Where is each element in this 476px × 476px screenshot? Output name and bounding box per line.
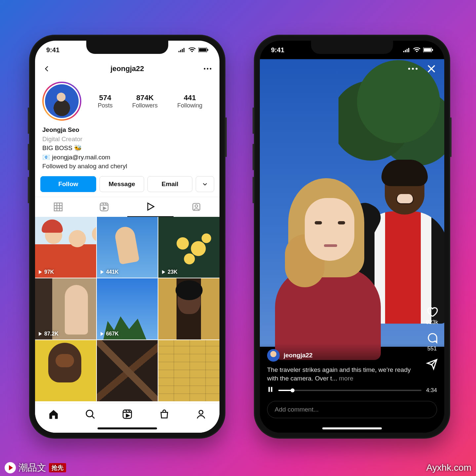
tab-grid[interactable] xyxy=(35,197,81,217)
notch xyxy=(86,41,168,54)
svg-marker-19 xyxy=(103,207,106,210)
wifi-icon xyxy=(188,47,196,53)
nav-profile[interactable] xyxy=(195,409,207,421)
stat-posts[interactable]: 574Posts xyxy=(98,94,113,109)
svg-rect-50 xyxy=(268,387,270,392)
bio-email[interactable]: 📧 jeongja@ry.mail.com xyxy=(42,153,212,162)
grid-icon xyxy=(53,202,63,212)
pause-button[interactable] xyxy=(267,386,274,394)
svg-point-35 xyxy=(199,410,203,414)
bio-block: Jeongja Seo Digital Creator BIG BOSS 🐝 📧… xyxy=(35,122,219,176)
svg-point-45 xyxy=(416,68,417,70)
svg-rect-6 xyxy=(207,49,208,51)
notch xyxy=(311,41,393,54)
grid-item[interactable] xyxy=(158,278,219,339)
person-front xyxy=(268,175,377,347)
back-button[interactable] xyxy=(42,64,52,73)
poster-avatar xyxy=(267,349,280,362)
share-icon xyxy=(426,358,438,371)
follow-button[interactable]: Follow xyxy=(40,176,96,192)
svg-rect-0 xyxy=(178,51,179,52)
svg-rect-5 xyxy=(199,48,206,52)
chevron-down-icon xyxy=(202,181,208,187)
signal-icon xyxy=(178,48,186,52)
nav-home[interactable] xyxy=(48,409,59,421)
svg-marker-27 xyxy=(100,332,103,336)
svg-marker-20 xyxy=(148,203,154,210)
profile-username: jeongja22 xyxy=(110,64,144,73)
svg-marker-24 xyxy=(100,270,103,274)
suggested-caret-button[interactable] xyxy=(196,176,214,192)
video-poster[interactable]: jeongja22 xyxy=(267,349,415,362)
add-comment-input[interactable]: Add comment... xyxy=(267,401,437,418)
comment-count: 551 xyxy=(427,345,437,352)
poster-name: jeongja22 xyxy=(284,352,313,359)
grid-item[interactable] xyxy=(158,340,219,401)
side-actions: 823k 551 xyxy=(426,305,438,371)
like-button[interactable]: 823k xyxy=(426,305,438,326)
close-button[interactable] xyxy=(426,64,436,75)
video-caption[interactable]: The traveler strikes again and this time… xyxy=(267,366,415,383)
svg-point-22 xyxy=(195,205,198,207)
phone-video: 9:41 xyxy=(254,35,450,439)
profile-menu-button[interactable] xyxy=(203,64,212,73)
avatar[interactable] xyxy=(42,82,81,121)
svg-rect-51 xyxy=(271,387,272,392)
duration: 4:34 xyxy=(426,387,437,394)
reels-icon xyxy=(122,409,133,420)
battery-icon xyxy=(198,48,208,52)
grid-item[interactable]: 667K xyxy=(97,278,158,339)
profile-icon xyxy=(195,409,207,420)
svg-point-8 xyxy=(207,68,209,70)
comment-button[interactable]: 551 xyxy=(426,332,438,352)
tab-tagged[interactable] xyxy=(174,197,220,217)
status-time: 9:41 xyxy=(46,46,60,54)
grid-item[interactable]: 441K xyxy=(97,217,158,278)
video-progress[interactable]: 4:34 xyxy=(267,386,437,394)
svg-line-29 xyxy=(92,416,95,418)
shop-icon xyxy=(159,409,170,420)
svg-point-28 xyxy=(86,410,93,416)
nav-reels[interactable] xyxy=(122,409,133,421)
nav-search[interactable] xyxy=(85,409,96,421)
watermark-play-icon xyxy=(5,462,16,473)
email-button[interactable]: Email xyxy=(147,176,192,192)
grid-item[interactable] xyxy=(35,340,96,401)
message-button[interactable]: Message xyxy=(99,176,144,192)
status-time: 9:41 xyxy=(271,46,284,54)
stat-following[interactable]: 441Following xyxy=(177,94,202,109)
share-button[interactable] xyxy=(426,358,438,371)
progress-bar[interactable] xyxy=(278,390,421,391)
home-indicator xyxy=(322,427,382,429)
bio-name: Jeongja Seo xyxy=(42,125,212,135)
pause-icon xyxy=(267,386,274,393)
nav-shop[interactable] xyxy=(159,409,170,421)
tab-reels[interactable] xyxy=(81,197,128,217)
status-icons xyxy=(178,47,208,53)
tab-video[interactable] xyxy=(127,197,174,217)
svg-rect-1 xyxy=(180,50,181,52)
stat-followers[interactable]: 874KFollowers xyxy=(132,94,158,109)
grid-item[interactable]: 87.2K xyxy=(35,278,96,339)
grid-item[interactable]: 23K xyxy=(158,217,219,278)
svg-rect-2 xyxy=(182,49,183,52)
close-icon xyxy=(426,64,436,74)
grid-item[interactable]: 97K xyxy=(35,217,96,278)
comment-placeholder: Add comment... xyxy=(275,406,319,413)
heart-icon xyxy=(426,305,438,318)
play-outline-icon xyxy=(145,201,156,212)
svg-marker-34 xyxy=(126,414,129,417)
video-grid: 97K 441K 23K 87.2K 667K xyxy=(35,217,219,401)
followed-by[interactable]: Followed by analog and cheryl xyxy=(42,162,212,171)
svg-rect-10 xyxy=(54,203,62,211)
profile-nav-row: jeongja22 xyxy=(35,59,219,78)
svg-point-7 xyxy=(204,68,206,70)
grid-item[interactable] xyxy=(97,340,158,401)
video-menu-button[interactable] xyxy=(408,64,418,75)
tagged-icon xyxy=(191,202,202,212)
home-indicator xyxy=(98,427,157,429)
phone-profile: 9:41 jeongja22 574Posts xyxy=(29,35,225,439)
comment-icon xyxy=(426,332,438,344)
like-count: 823k xyxy=(426,319,438,326)
svg-marker-26 xyxy=(39,332,42,336)
